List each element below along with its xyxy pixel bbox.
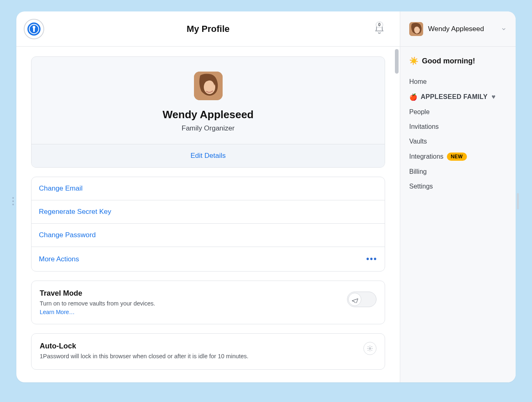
sidebar-avatar <box>409 22 423 36</box>
profile-avatar <box>194 72 223 100</box>
change-password-row[interactable]: Change Password <box>32 223 385 247</box>
window-resize-handle-left[interactable] <box>12 197 14 205</box>
profile-card: Wendy Appleseed Family Organizer Edit De… <box>31 56 385 168</box>
auto-lock-title: Auto-Lock <box>40 342 357 350</box>
profile-role: Family Organizer <box>40 124 376 133</box>
sidebar-item-vaults[interactable]: Vaults <box>409 134 507 149</box>
auto-lock-settings-button[interactable] <box>363 342 376 355</box>
travel-mode-learn-more[interactable]: Learn More… <box>40 309 75 315</box>
onepassword-logo-icon <box>27 22 41 36</box>
change-email-row[interactable]: Change Email <box>32 177 385 200</box>
travel-mode-description: Turn on to remove vaults from your devic… <box>40 300 340 307</box>
sidebar-item-billing[interactable]: Billing <box>409 164 507 179</box>
sidebar-nav: Home 🍎 APPLESEED FAMILY ♥ People Invitat… <box>409 74 507 194</box>
account-actions-card: Change Email Regenerate Secret Key Chang… <box>31 177 385 272</box>
travel-mode-title: Travel Mode <box>40 289 340 298</box>
app-logo[interactable] <box>24 19 44 39</box>
auto-lock-card: Auto-Lock 1Password will lock in this br… <box>31 333 385 370</box>
sun-icon: ☀️ <box>409 57 418 65</box>
gear-icon <box>367 345 373 352</box>
app-window: My Profile 0 <box>16 11 516 382</box>
main-scroll-area[interactable]: Wendy Appleseed Family Organizer Edit De… <box>16 47 400 382</box>
scrollbar-thumb[interactable] <box>395 49 399 74</box>
change-password-label: Change Password <box>39 231 96 239</box>
more-actions-row[interactable]: More Actions ••• <box>32 247 385 271</box>
travel-mode-card: Travel Mode Turn on to remove vaults fro… <box>31 281 385 324</box>
sidebar-item-home[interactable]: Home <box>409 74 507 89</box>
sidebar-item-family[interactable]: 🍎 APPLESEED FAMILY ♥ <box>409 89 507 105</box>
svg-rect-4 <box>33 27 35 32</box>
right-sidebar: Wendy Appleseed ☀️ Good morning! Home 🍎 <box>400 11 516 382</box>
sidebar-item-settings[interactable]: Settings <box>409 179 507 194</box>
sidebar-username: Wendy Appleseed <box>428 25 496 33</box>
window-resize-handle-right[interactable] <box>517 193 519 209</box>
regenerate-secret-key-row[interactable]: Regenerate Secret Key <box>32 200 385 223</box>
account-switcher[interactable]: Wendy Appleseed <box>400 11 516 47</box>
airplane-icon <box>352 296 358 303</box>
more-actions-icon: ••• <box>366 254 377 264</box>
greeting: ☀️ Good morning! <box>409 56 507 65</box>
main-column: My Profile 0 <box>16 11 400 382</box>
heart-icon: ♥ <box>491 93 496 101</box>
profile-name: Wendy Appleseed <box>40 108 376 121</box>
regenerate-secret-key-label: Regenerate Secret Key <box>39 208 111 216</box>
change-email-label: Change Email <box>39 184 83 193</box>
svg-point-7 <box>369 348 371 349</box>
travel-mode-toggle[interactable] <box>347 292 376 307</box>
sidebar-item-integrations[interactable]: Integrations NEW <box>409 149 507 164</box>
edit-details-button[interactable]: Edit Details <box>32 144 385 167</box>
greeting-text: Good morning! <box>422 57 475 65</box>
notifications-count: 0 <box>376 22 383 28</box>
auto-lock-description: 1Password will lock in this browser when… <box>40 353 357 359</box>
sidebar-item-people[interactable]: People <box>409 105 507 119</box>
notifications-button[interactable]: 0 <box>374 23 385 35</box>
page-title: My Profile <box>16 24 400 34</box>
new-badge: NEW <box>447 153 467 161</box>
sidebar-item-invitations[interactable]: Invitations <box>409 119 507 134</box>
main-header: My Profile 0 <box>16 11 400 47</box>
more-actions-label: More Actions <box>39 255 79 263</box>
chevron-down-icon <box>501 26 507 32</box>
apple-icon: 🍎 <box>409 93 417 101</box>
